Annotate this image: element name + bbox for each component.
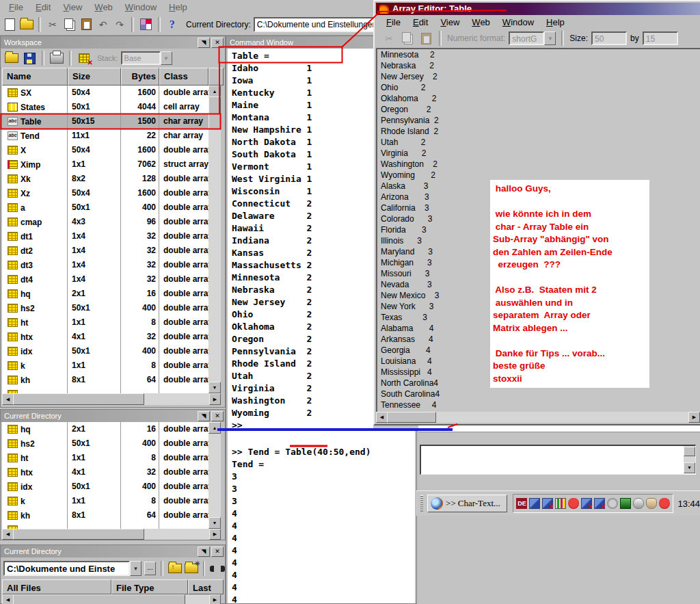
column-header-bytes[interactable]: Bytes bbox=[121, 68, 159, 86]
security-shield-icon[interactable] bbox=[659, 498, 670, 509]
network-icon[interactable] bbox=[529, 498, 540, 509]
undo-button[interactable]: ↶ bbox=[96, 17, 110, 32]
table-row[interactable]: k 1x1 8 double array bbox=[2, 494, 208, 508]
table-row[interactable]: ht 1x1 8 double array bbox=[2, 451, 208, 465]
mouse-icon[interactable] bbox=[633, 498, 644, 509]
copy-button[interactable] bbox=[62, 17, 77, 32]
load-workspace-button[interactable] bbox=[4, 51, 19, 66]
scroll-right-icon[interactable]: ▶ bbox=[688, 412, 700, 423]
new-folder-button[interactable]: ✳ bbox=[185, 561, 198, 576]
column-header-class[interactable]: Class bbox=[159, 68, 208, 86]
table-row[interactable]: hs2 50x1 400 double array bbox=[2, 301, 208, 315]
table-row[interactable]: a 50x1 400 double array bbox=[2, 200, 208, 215]
backup-disk-icon[interactable] bbox=[620, 498, 631, 509]
menu-item[interactable]: Web bbox=[94, 2, 113, 12]
menu-item[interactable]: Window bbox=[125, 2, 157, 12]
table-row[interactable]: idx 50x1 400 double array bbox=[2, 344, 208, 358]
table-row[interactable]: dt4 1x4 32 double array bbox=[2, 272, 208, 287]
scroll-up-icon[interactable]: ▲ bbox=[208, 422, 221, 434]
undock-button[interactable]: ◥ bbox=[198, 411, 210, 421]
taskbar-clock[interactable]: 13:44 bbox=[677, 499, 700, 509]
scroll-down-icon[interactable]: ▼ bbox=[684, 462, 695, 473]
scrollbar-thumb[interactable] bbox=[13, 393, 144, 405]
scrollbar-thumb[interactable] bbox=[13, 594, 185, 604]
table-row[interactable]: Tend 11x1 22 char array bbox=[2, 129, 208, 143]
menu-item[interactable]: View bbox=[63, 2, 82, 12]
scroll-right-icon[interactable]: ▶ bbox=[209, 594, 221, 604]
undock-button[interactable]: ◥ bbox=[198, 547, 210, 557]
new-file-button[interactable] bbox=[3, 17, 17, 32]
table-row[interactable]: cmap 4x3 96 double array bbox=[2, 215, 208, 229]
scroll-down-icon[interactable]: ▼ bbox=[208, 382, 221, 393]
menu-item[interactable]: Web bbox=[472, 17, 490, 27]
scroll-left-icon[interactable]: ◀ bbox=[2, 594, 14, 604]
table-row[interactable]: Table 50x15 1500 char array bbox=[2, 114, 208, 129]
antivirus-shield-icon[interactable] bbox=[568, 498, 579, 509]
menu-item[interactable]: Window bbox=[502, 17, 534, 27]
table-row[interactable]: kh 8x1 64 double array bbox=[2, 508, 208, 523]
paste-button[interactable] bbox=[79, 17, 94, 32]
column-header-all-files[interactable]: All Files bbox=[2, 579, 111, 594]
menu-item[interactable]: Help bbox=[169, 2, 187, 12]
scroll-right-icon[interactable]: ▶ bbox=[209, 393, 221, 405]
simulink-button[interactable] bbox=[139, 17, 153, 32]
language-indicator[interactable]: DE bbox=[516, 498, 527, 509]
scrollbar-thumb[interactable] bbox=[387, 412, 436, 423]
table-row[interactable] bbox=[2, 387, 208, 393]
table-row[interactable]: hs2 50x1 400 double array bbox=[2, 436, 208, 451]
scrollbar-thumb[interactable] bbox=[13, 529, 144, 540]
updater-icon[interactable] bbox=[646, 498, 657, 509]
volume-icon[interactable] bbox=[607, 498, 618, 509]
column-header-file-type[interactable]: File Type bbox=[111, 579, 188, 594]
column-header-last-modified[interactable]: Last bbox=[188, 579, 224, 594]
network-disconnected-icon[interactable] bbox=[542, 498, 553, 509]
table-row[interactable]: Ximp 1x1 7062 struct array bbox=[2, 157, 208, 172]
table-row[interactable]: dt2 1x4 32 double array bbox=[2, 244, 208, 258]
menu-item[interactable]: File bbox=[386, 17, 401, 27]
scroll-right-icon[interactable]: ▶ bbox=[209, 529, 221, 540]
table-row[interactable]: idx 50x1 400 double array bbox=[2, 480, 208, 494]
table-row[interactable]: X 50x4 1600 double array bbox=[2, 143, 208, 157]
wireless-disconnected-icon[interactable] bbox=[581, 498, 592, 509]
scroll-down-icon[interactable]: ▼ bbox=[208, 517, 221, 529]
table-row[interactable]: dt1 1x4 32 double array bbox=[2, 229, 208, 244]
undock-button[interactable]: ◥ bbox=[198, 38, 210, 48]
chart-icon[interactable] bbox=[555, 498, 566, 509]
table-row[interactable]: kh 8x1 64 double array bbox=[2, 373, 208, 387]
delete-variable-button[interactable] bbox=[77, 51, 92, 66]
redo-button[interactable]: ↷ bbox=[113, 17, 127, 32]
table-row[interactable] bbox=[2, 523, 208, 529]
firefox-taskbar-button[interactable]: >> Char-Text... bbox=[427, 495, 508, 512]
path-combobox[interactable]: C:\Dokumente und Einste ▼ bbox=[3, 561, 142, 576]
network-disconnected-icon[interactable] bbox=[594, 498, 605, 509]
table-row[interactable]: htx 4x1 32 double array bbox=[2, 465, 208, 480]
scroll-left-icon[interactable]: ◀ bbox=[2, 529, 14, 540]
vertical-scrollbar[interactable]: ▼ bbox=[684, 446, 695, 473]
print-button[interactable] bbox=[49, 51, 64, 66]
menu-item[interactable]: Help bbox=[546, 17, 565, 27]
vertical-scrollbar[interactable]: ▲ ▼ bbox=[208, 86, 221, 393]
array-editor-titlebar[interactable]: Array Editor: Table bbox=[376, 3, 700, 15]
table-row[interactable]: htx 4x1 32 double array bbox=[2, 330, 208, 344]
menu-item[interactable]: Edit bbox=[36, 2, 51, 12]
scroll-left-icon[interactable]: ◀ bbox=[376, 412, 388, 423]
open-file-button[interactable] bbox=[20, 17, 34, 32]
browse-button[interactable]: ... bbox=[144, 562, 156, 575]
scroll-left-icon[interactable]: ◀ bbox=[2, 393, 14, 405]
table-row[interactable]: dt3 1x4 32 double array bbox=[2, 258, 208, 272]
scroll-up-icon[interactable]: ▲ bbox=[208, 86, 221, 97]
menu-item[interactable]: Edit bbox=[413, 17, 428, 27]
scrollbar-thumb[interactable] bbox=[208, 96, 221, 129]
horizontal-scrollbar[interactable]: ◀ ▶ bbox=[2, 393, 221, 405]
scrollbar-thumb[interactable] bbox=[684, 447, 695, 456]
up-one-level-button[interactable]: ↑ bbox=[168, 561, 182, 576]
quick-launch-handle[interactable] bbox=[420, 495, 423, 512]
save-workspace-button[interactable] bbox=[22, 51, 37, 66]
table-row[interactable]: hq 2x1 16 double array bbox=[2, 422, 208, 436]
find-files-button[interactable] bbox=[210, 561, 225, 576]
table-row[interactable]: SX 50x4 1600 double array bbox=[2, 86, 208, 100]
stack-dropdown[interactable]: Base ▼ bbox=[121, 51, 172, 65]
cut-button[interactable]: ✂ bbox=[46, 17, 60, 32]
table-row[interactable]: Xk 8x2 128 double array bbox=[2, 172, 208, 186]
menu-item[interactable]: File bbox=[9, 2, 23, 12]
